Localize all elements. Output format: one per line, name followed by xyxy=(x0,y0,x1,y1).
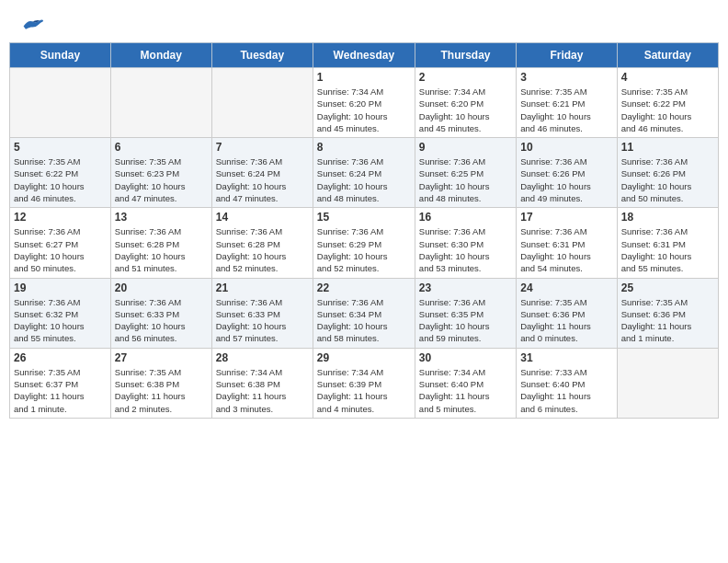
day-info: Sunrise: 7:36 AM Sunset: 6:30 PM Dayligh… xyxy=(419,225,512,274)
calendar-cell: 19Sunrise: 7:36 AM Sunset: 6:32 PM Dayli… xyxy=(10,278,111,348)
day-number: 4 xyxy=(621,71,714,84)
calendar-cell: 25Sunrise: 7:35 AM Sunset: 6:36 PM Dayli… xyxy=(617,278,718,348)
page-container: SundayMondayTuesdayWednesdayThursdayFrid… xyxy=(9,9,719,419)
day-info: Sunrise: 7:35 AM Sunset: 6:36 PM Dayligh… xyxy=(621,296,714,345)
day-info: Sunrise: 7:34 AM Sunset: 6:38 PM Dayligh… xyxy=(216,366,309,415)
calendar-cell: 28Sunrise: 7:34 AM Sunset: 6:38 PM Dayli… xyxy=(211,348,313,418)
day-number: 15 xyxy=(317,211,411,224)
day-header-monday: Monday xyxy=(110,43,211,68)
day-info: Sunrise: 7:36 AM Sunset: 6:35 PM Dayligh… xyxy=(419,296,512,345)
calendar-cell xyxy=(10,68,111,138)
day-info: Sunrise: 7:34 AM Sunset: 6:20 PM Dayligh… xyxy=(317,86,411,134)
day-info: Sunrise: 7:36 AM Sunset: 6:31 PM Dayligh… xyxy=(621,225,714,274)
day-info: Sunrise: 7:36 AM Sunset: 6:28 PM Dayligh… xyxy=(216,225,309,274)
day-info: Sunrise: 7:36 AM Sunset: 6:27 PM Dayligh… xyxy=(14,225,107,274)
logo xyxy=(18,17,44,33)
calendar-week-row: 5Sunrise: 7:35 AM Sunset: 6:22 PM Daylig… xyxy=(10,138,719,208)
day-number: 13 xyxy=(115,211,208,224)
calendar-cell: 31Sunrise: 7:33 AM Sunset: 6:40 PM Dayli… xyxy=(517,348,617,418)
day-info: Sunrise: 7:36 AM Sunset: 6:29 PM Dayligh… xyxy=(317,225,411,274)
day-info: Sunrise: 7:34 AM Sunset: 6:20 PM Dayligh… xyxy=(419,86,512,134)
calendar-cell: 7Sunrise: 7:36 AM Sunset: 6:24 PM Daylig… xyxy=(211,138,313,208)
calendar-cell: 11Sunrise: 7:36 AM Sunset: 6:26 PM Dayli… xyxy=(617,138,718,208)
calendar-table: SundayMondayTuesdayWednesdayThursdayFrid… xyxy=(9,42,719,419)
day-info: Sunrise: 7:35 AM Sunset: 6:37 PM Dayligh… xyxy=(14,366,107,415)
day-number: 12 xyxy=(14,211,107,224)
day-number: 16 xyxy=(419,211,512,224)
day-number: 23 xyxy=(419,282,512,294)
day-number: 29 xyxy=(317,351,411,364)
calendar-cell xyxy=(110,68,211,138)
calendar-cell: 16Sunrise: 7:36 AM Sunset: 6:30 PM Dayli… xyxy=(415,208,516,278)
day-number: 22 xyxy=(317,282,411,294)
calendar-cell: 29Sunrise: 7:34 AM Sunset: 6:39 PM Dayli… xyxy=(313,348,415,418)
calendar-week-row: 1Sunrise: 7:34 AM Sunset: 6:20 PM Daylig… xyxy=(10,68,719,138)
calendar-cell xyxy=(211,68,313,138)
calendar-cell: 8Sunrise: 7:36 AM Sunset: 6:24 PM Daylig… xyxy=(313,138,415,208)
day-info: Sunrise: 7:34 AM Sunset: 6:39 PM Dayligh… xyxy=(317,366,411,415)
header xyxy=(9,9,719,37)
day-info: Sunrise: 7:36 AM Sunset: 6:24 PM Dayligh… xyxy=(317,155,411,204)
day-info: Sunrise: 7:36 AM Sunset: 6:33 PM Dayligh… xyxy=(216,296,309,345)
day-number: 21 xyxy=(216,282,309,294)
day-number: 27 xyxy=(115,351,208,364)
day-info: Sunrise: 7:35 AM Sunset: 6:21 PM Dayligh… xyxy=(520,86,612,134)
calendar-cell: 21Sunrise: 7:36 AM Sunset: 6:33 PM Dayli… xyxy=(211,278,313,348)
day-number: 9 xyxy=(419,141,512,154)
day-info: Sunrise: 7:35 AM Sunset: 6:22 PM Dayligh… xyxy=(621,86,714,134)
day-number: 31 xyxy=(520,351,612,364)
calendar-cell: 4Sunrise: 7:35 AM Sunset: 6:22 PM Daylig… xyxy=(617,68,718,138)
day-number: 11 xyxy=(621,141,714,154)
day-info: Sunrise: 7:35 AM Sunset: 6:23 PM Dayligh… xyxy=(115,155,208,204)
day-info: Sunrise: 7:36 AM Sunset: 6:32 PM Dayligh… xyxy=(14,296,107,345)
day-info: Sunrise: 7:35 AM Sunset: 6:36 PM Dayligh… xyxy=(520,296,612,345)
calendar-cell: 23Sunrise: 7:36 AM Sunset: 6:35 PM Dayli… xyxy=(415,278,516,348)
day-info: Sunrise: 7:35 AM Sunset: 6:22 PM Dayligh… xyxy=(14,155,107,204)
calendar-cell: 6Sunrise: 7:35 AM Sunset: 6:23 PM Daylig… xyxy=(110,138,211,208)
calendar-cell: 9Sunrise: 7:36 AM Sunset: 6:25 PM Daylig… xyxy=(415,138,516,208)
day-number: 7 xyxy=(216,141,309,154)
day-number: 3 xyxy=(520,71,612,84)
day-info: Sunrise: 7:36 AM Sunset: 6:33 PM Dayligh… xyxy=(115,296,208,345)
day-info: Sunrise: 7:33 AM Sunset: 6:40 PM Dayligh… xyxy=(520,366,612,415)
calendar-week-row: 12Sunrise: 7:36 AM Sunset: 6:27 PM Dayli… xyxy=(10,208,719,278)
day-number: 25 xyxy=(621,282,714,294)
calendar-cell: 12Sunrise: 7:36 AM Sunset: 6:27 PM Dayli… xyxy=(10,208,111,278)
day-number: 14 xyxy=(216,211,309,224)
calendar-cell: 20Sunrise: 7:36 AM Sunset: 6:33 PM Dayli… xyxy=(110,278,211,348)
day-info: Sunrise: 7:36 AM Sunset: 6:24 PM Dayligh… xyxy=(216,155,309,204)
day-number: 28 xyxy=(216,351,309,364)
calendar-cell: 26Sunrise: 7:35 AM Sunset: 6:37 PM Dayli… xyxy=(10,348,111,418)
day-number: 24 xyxy=(520,282,612,294)
day-number: 17 xyxy=(520,211,612,224)
day-info: Sunrise: 7:36 AM Sunset: 6:25 PM Dayligh… xyxy=(419,155,512,204)
day-info: Sunrise: 7:35 AM Sunset: 6:38 PM Dayligh… xyxy=(115,366,208,415)
calendar-cell: 10Sunrise: 7:36 AM Sunset: 6:26 PM Dayli… xyxy=(517,138,617,208)
calendar-week-row: 26Sunrise: 7:35 AM Sunset: 6:37 PM Dayli… xyxy=(10,348,719,418)
day-info: Sunrise: 7:36 AM Sunset: 6:26 PM Dayligh… xyxy=(520,155,612,204)
calendar-cell: 13Sunrise: 7:36 AM Sunset: 6:28 PM Dayli… xyxy=(110,208,211,278)
day-number: 20 xyxy=(115,282,208,294)
day-info: Sunrise: 7:36 AM Sunset: 6:26 PM Dayligh… xyxy=(621,155,714,204)
day-number: 26 xyxy=(14,351,107,364)
day-number: 10 xyxy=(520,141,612,154)
calendar-cell: 3Sunrise: 7:35 AM Sunset: 6:21 PM Daylig… xyxy=(517,68,617,138)
calendar-cell: 17Sunrise: 7:36 AM Sunset: 6:31 PM Dayli… xyxy=(517,208,617,278)
calendar-cell xyxy=(617,348,718,418)
calendar-cell: 14Sunrise: 7:36 AM Sunset: 6:28 PM Dayli… xyxy=(211,208,313,278)
calendar-cell: 5Sunrise: 7:35 AM Sunset: 6:22 PM Daylig… xyxy=(10,138,111,208)
day-number: 1 xyxy=(317,71,411,84)
day-info: Sunrise: 7:36 AM Sunset: 6:28 PM Dayligh… xyxy=(115,225,208,274)
day-number: 30 xyxy=(419,351,512,364)
day-header-sunday: Sunday xyxy=(10,43,111,68)
day-number: 18 xyxy=(621,211,714,224)
day-header-wednesday: Wednesday xyxy=(313,43,415,68)
day-number: 5 xyxy=(14,141,107,154)
logo-bird-icon xyxy=(22,17,44,33)
day-number: 6 xyxy=(115,141,208,154)
day-header-tuesday: Tuesday xyxy=(211,43,313,68)
calendar-cell: 22Sunrise: 7:36 AM Sunset: 6:34 PM Dayli… xyxy=(313,278,415,348)
calendar-cell: 1Sunrise: 7:34 AM Sunset: 6:20 PM Daylig… xyxy=(313,68,415,138)
calendar-cell: 18Sunrise: 7:36 AM Sunset: 6:31 PM Dayli… xyxy=(617,208,718,278)
calendar-cell: 2Sunrise: 7:34 AM Sunset: 6:20 PM Daylig… xyxy=(415,68,516,138)
